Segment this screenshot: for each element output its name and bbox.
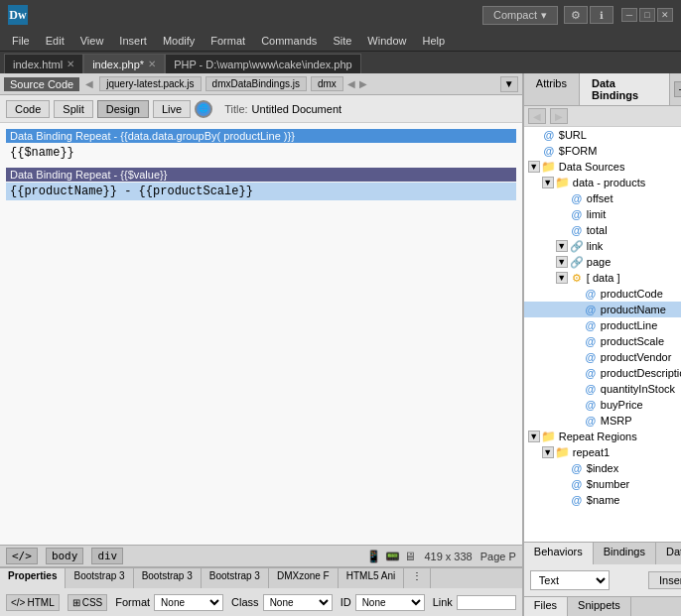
tree-item[interactable]: ▼📁repeat1 <box>524 444 681 460</box>
settings-icon[interactable]: ⚙ <box>564 6 588 24</box>
menu-item-format[interactable]: Format <box>203 33 253 49</box>
tag-body[interactable]: body <box>46 548 84 564</box>
tag-close-slash[interactable]: </> <box>6 548 38 564</box>
editor-tab-0[interactable]: index.html✕ <box>4 54 83 73</box>
editor-section: Source Code ◀ jquery-latest.pack.js dmxD… <box>0 73 522 616</box>
behaviors-tab[interactable]: Behaviors <box>524 543 594 564</box>
file-tab-jquery[interactable]: jquery-latest.pack.js <box>99 76 201 91</box>
tree-label: $index <box>587 462 618 474</box>
expand-icon[interactable]: ▼ <box>556 272 568 284</box>
tablet-icon[interactable]: 📟 <box>385 550 400 563</box>
tree-item[interactable]: ▼🔗page <box>524 254 681 270</box>
id-select[interactable]: None <box>355 594 425 611</box>
tree-item[interactable]: ▼📁data - products <box>524 175 681 190</box>
expand-icon[interactable]: ▼ <box>528 431 540 442</box>
expand-icon[interactable]: ▼ <box>542 446 554 458</box>
filter-button[interactable]: ▼ <box>500 76 518 92</box>
split-view-button[interactable]: Split <box>54 100 92 118</box>
nav-left[interactable]: ◀ <box>347 78 355 89</box>
files-tab[interactable]: Files <box>524 597 568 616</box>
design-view-button[interactable]: Design <box>97 100 149 118</box>
tree-item[interactable]: @productDescription <box>524 365 681 381</box>
tag-div[interactable]: div <box>91 548 123 564</box>
tab-close-0[interactable]: ✕ <box>67 59 74 69</box>
expand-icon[interactable]: ▼ <box>556 256 568 268</box>
tree-item[interactable]: @offset <box>524 190 681 206</box>
data-tree[interactable]: @$URL@$FORM▼📁Data Sources▼📁data - produc… <box>524 127 681 542</box>
tab-close-1[interactable]: ✕ <box>148 59 156 69</box>
props-tab-more[interactable]: ⋮ <box>404 568 431 588</box>
link-input[interactable] <box>457 595 516 610</box>
minimize-button[interactable]: ─ <box>621 8 637 22</box>
tree-item[interactable]: @$index <box>524 460 681 476</box>
nav-forward-button[interactable]: ▶ <box>550 108 568 124</box>
tree-item[interactable]: @productCode <box>524 286 681 302</box>
tree-item[interactable]: ▼📁Data Sources <box>524 159 681 175</box>
format-select[interactable]: None <box>154 594 223 611</box>
insert-button[interactable]: Insert <box>648 571 681 589</box>
menu-item-help[interactable]: Help <box>414 33 453 49</box>
menu-item-insert[interactable]: Insert <box>111 33 155 49</box>
expand-icon[interactable]: ▼ <box>542 177 554 188</box>
expand-icon[interactable]: ▼ <box>528 161 540 173</box>
tree-item[interactable]: @limit <box>524 206 681 222</box>
snippets-tab[interactable]: Snippets <box>568 597 631 616</box>
tree-item[interactable]: @buyPrice <box>524 397 681 413</box>
tree-item[interactable]: @productScale <box>524 333 681 349</box>
css-badge[interactable]: ⊞ CSS <box>68 594 108 611</box>
desktop-icon[interactable]: 🖥 <box>404 550 416 563</box>
class-select[interactable]: None <box>263 594 333 611</box>
maximize-button[interactable]: □ <box>639 8 655 22</box>
tree-item[interactable]: @productName <box>524 302 681 317</box>
tree-item[interactable]: @quantityInStock <box>524 381 681 397</box>
mobile-icon[interactable]: 📱 <box>366 550 381 563</box>
menu-item-edit[interactable]: Edit <box>38 33 72 49</box>
live-view-button[interactable]: Live <box>153 100 191 118</box>
props-tab-bootstrap2[interactable]: Bootstrap 3 <box>134 568 202 588</box>
tree-item[interactable]: @$number <box>524 476 681 492</box>
menu-item-file[interactable]: File <box>4 33 38 49</box>
panel-tab-attribs[interactable]: Attribs <box>524 73 580 105</box>
props-tab-properties[interactable]: Properties <box>0 568 66 588</box>
compact-button[interactable]: Compact ▾ <box>482 6 558 25</box>
menu-item-commands[interactable]: Commands <box>253 33 325 49</box>
props-tab-bootstrap3[interactable]: Bootstrap 3 <box>202 568 269 588</box>
tree-item[interactable]: ▼📁Repeat Regions <box>524 429 681 444</box>
nav-right[interactable]: ▶ <box>359 78 367 89</box>
menu-item-site[interactable]: Site <box>325 33 359 49</box>
expand-icon[interactable]: ▼ <box>556 240 568 252</box>
code-editor[interactable]: Data Binding Repeat - {{data.data.groupB… <box>0 123 522 545</box>
editor-tab-1[interactable]: index.php*✕ <box>83 54 165 73</box>
text-type-select[interactable]: Text <box>530 570 610 590</box>
tree-item[interactable]: @$FORM <box>524 143 681 159</box>
at-icon: @ <box>584 398 598 412</box>
html-badge[interactable]: </> HTML <box>6 594 60 611</box>
tree-item[interactable]: @$name <box>524 492 681 508</box>
tree-item[interactable]: @MSRP <box>524 413 681 429</box>
props-tab-dmx[interactable]: DMXzone F <box>269 568 339 588</box>
menu-item-modify[interactable]: Modify <box>155 33 203 49</box>
editor-tab-2[interactable]: PHP - D:\wamp\www\cake\index.php <box>165 54 361 73</box>
folder-icon: 📁 <box>556 445 570 459</box>
tree-item[interactable]: @total <box>524 222 681 238</box>
panel-tab-databindings[interactable]: Data Bindings <box>580 73 670 105</box>
menu-item-view[interactable]: View <box>72 33 112 49</box>
menu-item-window[interactable]: Window <box>359 33 414 49</box>
close-button[interactable]: ✕ <box>657 8 673 22</box>
tree-item[interactable]: @productVendor <box>524 349 681 365</box>
panel-add-button[interactable]: + <box>674 81 681 97</box>
nav-back-button[interactable]: ◀ <box>528 108 546 124</box>
databases-tab[interactable]: Databases <box>656 543 681 564</box>
info-icon[interactable]: ℹ <box>590 6 613 24</box>
tree-item[interactable]: @$URL <box>524 127 681 143</box>
props-tab-bootstrap1[interactable]: Bootstrap 3 <box>66 568 133 588</box>
file-tab-dmx[interactable]: dmxDataBindings.js <box>205 76 307 91</box>
bindings-tab[interactable]: Bindings <box>594 543 656 564</box>
class-label: Class <box>231 596 259 608</box>
tree-item[interactable]: ▼🔗link <box>524 238 681 254</box>
props-tab-html5[interactable]: HTML5 Ani <box>339 568 404 588</box>
file-tab-dmx2[interactable]: dmx <box>311 76 343 91</box>
code-view-button[interactable]: Code <box>6 100 50 118</box>
tree-item[interactable]: @productLine <box>524 317 681 333</box>
tree-item[interactable]: ▼⚙[ data ] <box>524 270 681 286</box>
